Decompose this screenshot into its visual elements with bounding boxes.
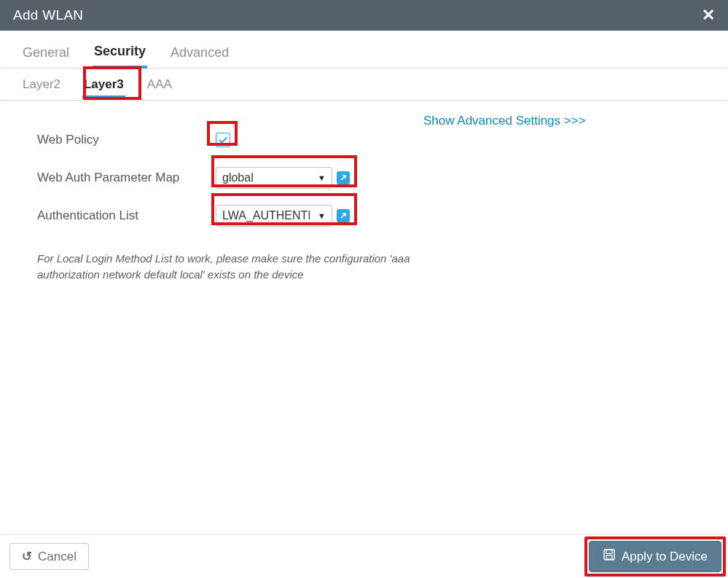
svg-rect-0	[604, 550, 614, 560]
apply-wrap: Apply to Device	[587, 539, 723, 574]
form-layer3: Show Advanced Settings >>> Web Policy We…	[1, 101, 727, 283]
tab-layer2[interactable]: Layer2	[21, 70, 62, 98]
apply-button[interactable]: Apply to Device	[589, 541, 721, 572]
tab-layer3[interactable]: Layer3	[82, 70, 125, 98]
close-icon[interactable]: ✕	[702, 7, 715, 23]
param-map-label: Web Auth Parameter Map	[37, 171, 216, 185]
save-icon	[603, 548, 616, 565]
param-map-value: global	[222, 171, 254, 184]
tab-aaa[interactable]: AAA	[146, 70, 173, 98]
help-text: For Local Login Method List to work, ple…	[37, 251, 416, 283]
tab-advanced[interactable]: Advanced	[169, 38, 230, 67]
chevron-down-icon: ▼	[318, 173, 326, 182]
row-auth-list: Authentication List LWA_AUTHENTIC ▼	[37, 197, 705, 235]
apply-label: Apply to Device	[622, 550, 708, 564]
auth-list-jump-button[interactable]	[337, 209, 350, 222]
tab-security[interactable]: Security	[93, 36, 147, 69]
external-link-icon	[340, 174, 347, 181]
modal-body: General Security Advanced Layer2 Layer3 …	[1, 31, 727, 534]
modal-title: Add WLAN	[13, 7, 83, 23]
row-web-policy: Web Policy	[37, 121, 705, 159]
modal-footer: ↻ Cancel Apply to Device	[1, 534, 727, 578]
param-map-select[interactable]: global ▼	[216, 167, 332, 189]
cancel-button[interactable]: ↻ Cancel	[9, 543, 89, 570]
web-policy-checkbox[interactable]	[216, 133, 230, 147]
svg-rect-1	[606, 550, 612, 554]
chevron-down-icon: ▼	[318, 211, 326, 220]
auth-list-select[interactable]: LWA_AUTHENTIC ▼	[216, 205, 332, 227]
row-param-map: Web Auth Parameter Map global ▼	[37, 159, 705, 197]
undo-icon: ↻	[22, 549, 32, 564]
svg-rect-2	[606, 555, 612, 559]
param-map-jump-button[interactable]	[337, 171, 350, 184]
cancel-label: Cancel	[38, 550, 77, 564]
check-icon	[218, 135, 228, 145]
auth-list-label: Authentication List	[37, 208, 216, 223]
web-policy-label: Web Policy	[37, 133, 216, 147]
tab-general[interactable]: General	[21, 38, 71, 67]
auth-list-value: LWA_AUTHENTIC	[222, 209, 310, 222]
tabs-primary: General Security Advanced	[1, 36, 727, 69]
external-link-icon	[340, 212, 347, 219]
show-advanced-link[interactable]: Show Advanced Settings >>>	[423, 114, 586, 128]
modal-titlebar: Add WLAN ✕	[0, 0, 728, 31]
tabs-secondary: Layer2 Layer3 AAA	[1, 69, 727, 101]
